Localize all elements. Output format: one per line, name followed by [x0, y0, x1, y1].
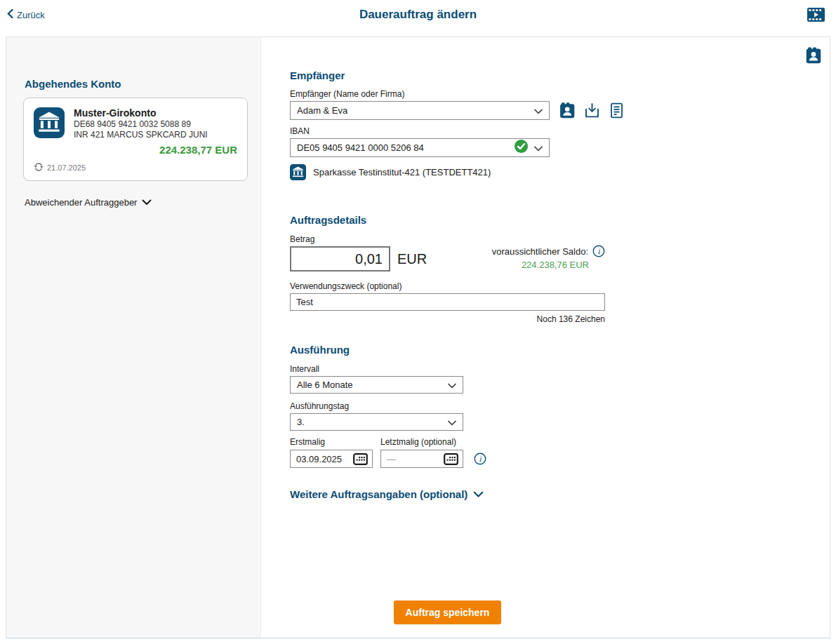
- saldo-label: voraussichtlicher Saldo:: [492, 246, 588, 257]
- purpose-label: Verwendungszweck (optional): [290, 281, 402, 291]
- outgoing-account-heading: Abgehendes Konto: [25, 78, 121, 90]
- more-details-label: Weitere Auftragsangaben (optional): [290, 488, 467, 500]
- recipient-name-value: Adam & Eva: [297, 105, 529, 116]
- bank-icon: [34, 107, 65, 140]
- video-tutorial-icon[interactable]: [807, 8, 825, 24]
- chevron-down-icon: [473, 488, 484, 500]
- saldo-value: 224.238,76 EUR: [522, 260, 589, 270]
- iban-label: IBAN: [290, 126, 310, 136]
- address-book-icon[interactable]: [806, 47, 821, 66]
- recipient-name-combobox[interactable]: Adam & Eva: [290, 101, 550, 120]
- iban-value: DE05 9405 9421 0000 5206 84: [297, 142, 508, 153]
- template-icon[interactable]: [609, 102, 625, 119]
- amount-label: Betrag: [290, 234, 314, 244]
- bank-icon: [290, 164, 306, 180]
- last-date-input[interactable]: [387, 454, 444, 464]
- first-date-input[interactable]: [296, 454, 353, 464]
- sidebar: Abgehendes Konto Muster-Girokonto DE68 9…: [6, 37, 261, 638]
- info-icon[interactable]: i: [474, 452, 486, 465]
- recipient-name-label: Empfänger (Name oder Firma): [290, 89, 404, 99]
- execution-day-value: 3.: [297, 417, 442, 427]
- chars-remaining: Noch 136 Zeichen: [290, 314, 605, 324]
- contacts-icon[interactable]: [559, 102, 576, 119]
- divergent-principal-expander[interactable]: Abweichender Auftraggeber: [25, 197, 152, 208]
- save-order-button[interactable]: Auftrag speichern: [394, 601, 502, 624]
- account-balance: 224.238,77 EUR: [34, 144, 237, 156]
- chevron-down-icon: [448, 379, 456, 391]
- last-date-label: Letztmalig (optional): [380, 437, 456, 447]
- bank-info: Sparkasse Testinstitut-421 (TESTDETT421): [313, 167, 491, 177]
- first-date-label: Erstmalig: [290, 437, 325, 447]
- main-panel: Abgehendes Konto Muster-Girokonto DE68 9…: [6, 36, 830, 638]
- divergent-principal-label: Abweichender Auftraggeber: [25, 197, 137, 208]
- valid-check-icon: [514, 139, 529, 156]
- execution-day-select[interactable]: 3.: [290, 413, 463, 431]
- recipient-heading: Empfänger: [290, 69, 345, 81]
- account-subline: INR 421 MARCUS SPKCARD JUNI: [74, 130, 208, 140]
- calendar-icon[interactable]: [444, 453, 458, 465]
- form-area: Empfänger Empfänger (Name oder Firma) Ad…: [261, 37, 830, 638]
- amount-input[interactable]: [290, 246, 390, 271]
- interval-select[interactable]: Alle 6 Monate: [290, 376, 463, 394]
- interval-value: Alle 6 Monate: [297, 380, 442, 390]
- svg-text:i: i: [479, 455, 482, 463]
- refresh-icon[interactable]: [34, 162, 44, 173]
- interval-label: Intervall: [290, 364, 319, 374]
- account-card[interactable]: Muster-Girokonto DE68 9405 9421 0032 508…: [23, 98, 248, 181]
- top-bar: Zurück Dauerauftrag ändern: [0, 0, 836, 31]
- balance-date: 21.07.2025: [47, 163, 86, 172]
- svg-text:i: i: [597, 247, 601, 255]
- account-name: Muster-Girokonto: [74, 107, 208, 119]
- first-date-field: [290, 450, 373, 468]
- iban-combobox[interactable]: DE05 9405 9421 0000 5206 84: [290, 138, 550, 157]
- chevron-down-icon: [142, 197, 152, 208]
- info-icon[interactable]: i: [592, 245, 605, 257]
- chevron-down-icon: [448, 416, 456, 429]
- execution-heading: Ausführung: [290, 344, 350, 356]
- account-iban: DE68 9405 9421 0032 5088 89: [74, 119, 208, 129]
- last-date-field: [380, 450, 463, 468]
- currency-label: EUR: [397, 251, 427, 267]
- purpose-input[interactable]: [290, 293, 605, 311]
- details-heading: Auftragsdetails: [290, 214, 366, 226]
- more-details-expander[interactable]: Weitere Auftragsangaben (optional): [290, 488, 484, 500]
- execution-day-label: Ausführungstag: [290, 401, 349, 411]
- calendar-icon[interactable]: [353, 453, 368, 465]
- chevron-down-icon: [534, 142, 543, 154]
- chevron-down-icon: [534, 105, 543, 117]
- page-title: Dauerauftrag ändern: [0, 8, 836, 22]
- download-icon[interactable]: [584, 102, 600, 119]
